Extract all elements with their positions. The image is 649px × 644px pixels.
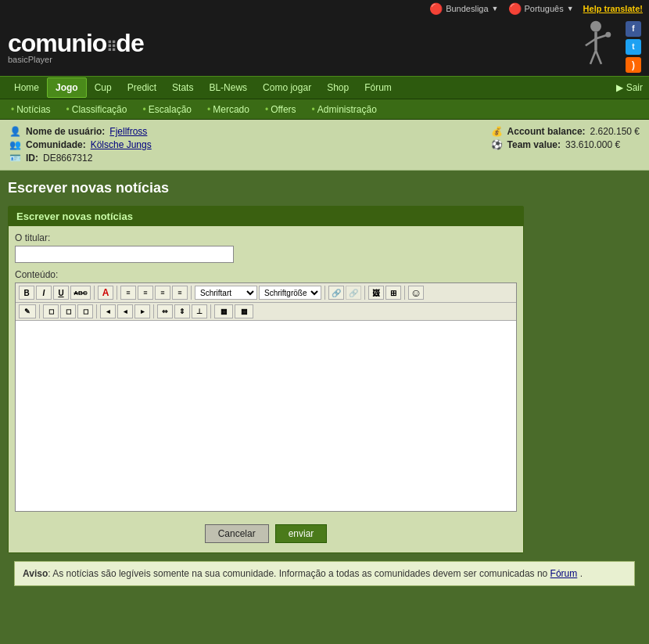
- insert-smiley-button[interactable]: ☺: [408, 286, 424, 300]
- font-size-select[interactable]: Schriftgröße: [259, 286, 321, 300]
- align-left-button[interactable]: ≡: [120, 286, 136, 300]
- sair-label: Sair: [626, 82, 643, 93]
- toolbar-sep-r2-3: [153, 304, 154, 318]
- toolbar-r2-btn6[interactable]: ◂: [117, 304, 133, 318]
- insert-image-button[interactable]: 🖼: [368, 286, 384, 300]
- italic-button[interactable]: I: [36, 286, 52, 300]
- toolbar-row-1: B I U ABC A ≡ ≡ ≡ ≡ Schriftart: [16, 283, 516, 303]
- toolbar-r2-btn8[interactable]: ⇔: [157, 304, 173, 318]
- toolbar-sep-r2-4: [210, 304, 211, 318]
- language-selector[interactable]: 🔴 Português ▼: [508, 2, 574, 15]
- nav-jogo[interactable]: Jogo: [47, 77, 87, 98]
- subnav-administracao[interactable]: Administração: [304, 101, 385, 118]
- content-textarea[interactable]: [16, 321, 516, 509]
- id-row: 🪪 ID: DE8667312: [9, 153, 152, 164]
- toolbar-r2-btn1[interactable]: ✎: [19, 304, 36, 318]
- remove-link-button[interactable]: 🔗: [346, 286, 361, 300]
- toolbar-sep-5: [364, 286, 365, 300]
- subnav-noticias[interactable]: Notícias: [3, 101, 59, 118]
- nav-como-jogar[interactable]: Como jogar: [255, 78, 319, 97]
- form-buttons: Cancelar enviar: [15, 518, 517, 546]
- nav-predict[interactable]: Predict: [120, 78, 164, 97]
- svg-line-2: [586, 38, 596, 45]
- content-field-row: Conteúdo: B I U ABC A ≡ ≡ ≡ ≡: [15, 269, 517, 512]
- rich-text-editor: B I U ABC A ≡ ≡ ≡ ≡ Schriftart: [15, 282, 517, 512]
- rss-icon[interactable]: ): [626, 57, 641, 73]
- content-label: Conteúdo:: [15, 269, 517, 280]
- notice-forum-link[interactable]: Fórum: [550, 568, 578, 579]
- font-color-button[interactable]: A: [98, 286, 113, 300]
- align-justify-button[interactable]: ≡: [172, 286, 188, 300]
- header: comunio⠿de basicPlayer f t ): [0, 17, 649, 76]
- align-center-button[interactable]: ≡: [138, 286, 153, 300]
- font-family-select[interactable]: Schriftart: [195, 286, 257, 300]
- toolbar-r2-btn4[interactable]: ◻: [77, 304, 93, 318]
- basic-player-label: basicPlayer: [8, 55, 144, 64]
- subnav-mercado[interactable]: Mercado: [199, 101, 257, 118]
- logo-comunio: comunio: [8, 29, 106, 57]
- logo-text: comunio⠿de: [8, 29, 144, 58]
- nav-shop[interactable]: Shop: [319, 78, 357, 97]
- user-right-info: 💰 Account balance: 2.620.150 € ⚽ Team va…: [491, 126, 640, 164]
- twitter-icon[interactable]: t: [626, 39, 641, 55]
- toolbar-sep-2: [117, 286, 117, 300]
- user-name-value[interactable]: Fjellfross: [109, 126, 147, 137]
- svg-point-6: [605, 31, 611, 37]
- league-label: Bundesliga: [446, 4, 488, 13]
- toolbar-r2-btn2[interactable]: ◻: [43, 304, 59, 318]
- svg-point-0: [590, 20, 601, 31]
- toolbar-row-2: ✎ ◻ ◻ ◻ ◂ ◂ ▸ ⇔ ⇕ ⊥ ▦: [16, 303, 516, 321]
- logo: comunio⠿de basicPlayer: [8, 29, 144, 64]
- team-value: 33.610.000 €: [565, 139, 620, 150]
- underline-button[interactable]: U: [53, 286, 69, 300]
- user-name-row: 👤 Nome de usuário: Fjellfross: [9, 126, 152, 137]
- subnav-classificacao[interactable]: Classificação: [59, 101, 135, 118]
- toolbar-r2-btn10[interactable]: ⊥: [192, 304, 207, 318]
- sair-button[interactable]: ▶ Sair: [616, 82, 643, 93]
- league-arrow: ▼: [492, 5, 499, 13]
- soccer-player-icon: [572, 20, 619, 74]
- main-nav: Home Jogo Cup Predict Stats BL-News Como…: [0, 76, 649, 99]
- bold-button[interactable]: B: [19, 286, 34, 300]
- subnav-offers[interactable]: Offers: [257, 101, 304, 118]
- help-translate-link[interactable]: Help translate!: [583, 4, 643, 13]
- notice-end: .: [580, 568, 583, 579]
- toolbar-r2-btn5[interactable]: ◂: [100, 304, 116, 318]
- account-label: Account balance:: [507, 126, 586, 137]
- league-selector[interactable]: 🔴 Bundesliga ▼: [429, 2, 498, 15]
- toolbar-r2-btn11[interactable]: ▦: [214, 304, 233, 318]
- top-bar: 🔴 Bundesliga ▼ 🔴 Português ▼ Help transl…: [0, 0, 649, 17]
- strikethrough-button[interactable]: ABC: [70, 286, 91, 300]
- toolbar-r2-btn9[interactable]: ⇕: [174, 304, 190, 318]
- subnav-escalacao[interactable]: Escalação: [134, 101, 199, 118]
- notice-box: Aviso: As notícias são legíveis somente …: [14, 561, 635, 586]
- toolbar-sep-1: [94, 286, 95, 300]
- nav-stats[interactable]: Stats: [164, 78, 201, 97]
- user-info: 👤 Nome de usuário: Fjellfross 👥 Comunida…: [0, 120, 649, 171]
- account-icon: 💰: [491, 126, 503, 137]
- toolbar-r2-btn3[interactable]: ◻: [60, 304, 76, 318]
- toolbar-sep-r2-1: [39, 304, 40, 318]
- form-box-header: Escrever novas notícias: [9, 207, 523, 226]
- title-input[interactable]: [15, 246, 234, 263]
- nav-cup[interactable]: Cup: [87, 78, 120, 97]
- community-value[interactable]: Kölsche Jungs: [91, 139, 152, 150]
- insert-table-button[interactable]: ⊞: [385, 286, 401, 300]
- sair-arrow-icon: ▶: [616, 82, 623, 93]
- align-right-button[interactable]: ≡: [155, 286, 170, 300]
- header-right: f t ): [572, 20, 641, 74]
- cancel-button[interactable]: Cancelar: [205, 524, 269, 543]
- user-icon: 👤: [9, 126, 21, 137]
- nav-home[interactable]: Home: [6, 78, 47, 97]
- toolbar-r2-btn7[interactable]: ▸: [134, 304, 150, 318]
- submit-button[interactable]: enviar: [275, 524, 328, 543]
- team-label: Team value:: [507, 139, 561, 150]
- nav-forum[interactable]: Fórum: [357, 78, 400, 97]
- account-row: 💰 Account balance: 2.620.150 €: [491, 126, 640, 137]
- toolbar-r2-btn12[interactable]: ▦: [235, 304, 253, 318]
- nav-bl-news[interactable]: BL-News: [201, 78, 255, 97]
- language-flag: 🔴: [508, 2, 522, 15]
- facebook-icon[interactable]: f: [626, 21, 641, 37]
- insert-link-button[interactable]: 🔗: [328, 286, 344, 300]
- team-value-row: ⚽ Team value: 33.610.000 €: [491, 139, 640, 150]
